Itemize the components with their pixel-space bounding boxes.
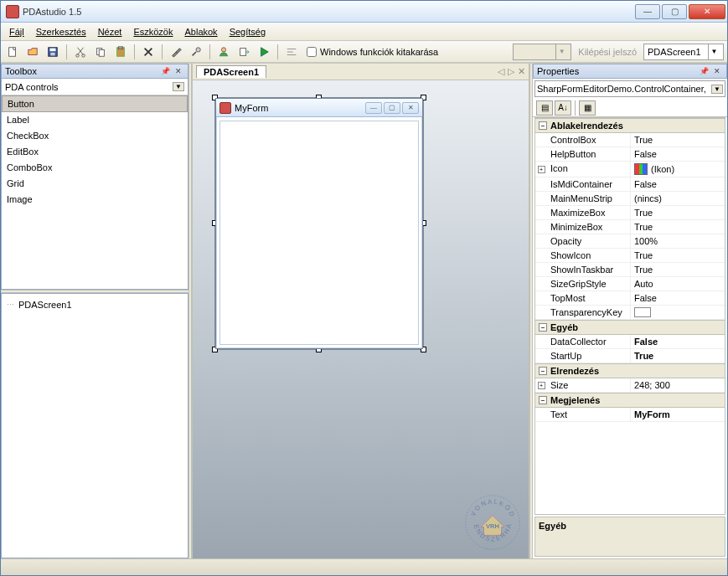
prop-row-transparencykey[interactable]: TransparencyKey <box>535 306 725 320</box>
user-button[interactable] <box>215 44 232 60</box>
svg-point-11 <box>221 47 225 51</box>
minimize-button[interactable]: — <box>635 4 660 19</box>
prop-row-text[interactable]: TextMyForm <box>535 408 725 422</box>
settings-button[interactable] <box>188 44 204 60</box>
export-button[interactable] <box>235 44 252 60</box>
properties-toolbar: ▤ A↓ ▦ <box>533 99 727 117</box>
prop-row-maximizebox[interactable]: MaximizeBoxTrue <box>535 206 725 220</box>
prop-row-helpbutton[interactable]: HelpButtonFalse <box>535 147 725 162</box>
property-grid[interactable]: –AblakelrendezésControlBoxTrueHelpButton… <box>534 117 725 515</box>
prop-row-size[interactable]: +Size248; 300 <box>535 378 725 393</box>
svg-rect-9 <box>118 46 122 49</box>
toolbox-item-image[interactable]: Image <box>2 192 188 208</box>
menu-view[interactable]: Nézet <box>93 25 127 39</box>
prop-alphabetical-icon[interactable]: A↓ <box>555 100 571 116</box>
logo-watermark: VRH V O N A L K Ó D R E N D S Z E R H Á … <box>463 493 522 552</box>
prop-row-topmost[interactable]: TopMostFalse <box>535 291 725 306</box>
paste-button[interactable] <box>112 44 129 60</box>
toolbox-item-button[interactable]: Button <box>2 95 188 112</box>
svg-rect-12 <box>240 48 246 55</box>
document-tab[interactable]: PDAScreen1 <box>196 65 266 78</box>
form-titlebar: MyForm — ▢ ✕ <box>216 99 422 117</box>
prop-row-minimizebox[interactable]: MinimizeBoxTrue <box>535 220 725 234</box>
maximize-button[interactable]: ▢ <box>662 4 687 19</box>
windows-mask-checkbox-input[interactable] <box>307 47 317 57</box>
toolbox-pin-icon[interactable]: 📌 <box>159 65 171 77</box>
toolbox-item-checkbox[interactable]: CheckBox <box>2 128 188 144</box>
form-canvas[interactable] <box>219 121 419 345</box>
menu-tools[interactable]: Eszközök <box>128 25 178 39</box>
align-button[interactable] <box>283 44 300 60</box>
toolbox-body: PDA controls▼ ButtonLabelCheckBoxEditBox… <box>1 79 188 290</box>
prop-row-controlbox[interactable]: ControlBoxTrue <box>535 133 725 147</box>
properties-close-icon[interactable]: ✕ <box>711 65 723 77</box>
prop-categorized-icon[interactable]: ▤ <box>536 100 553 116</box>
tab-prev-icon[interactable]: ◁ <box>498 66 504 77</box>
form-close-icon[interactable]: ✕ <box>402 102 419 114</box>
windows-mask-checkbox[interactable]: Windows funkciók kitakarása <box>307 47 438 57</box>
project-tree: ⋯ PDAScreen1 <box>1 293 188 558</box>
form-minimize-icon[interactable]: — <box>365 102 382 114</box>
left-column: Toolbox 📌 ✕ PDA controls▼ ButtonLabelChe… <box>1 64 188 558</box>
right-column: Properties 📌 ✕ SharpFormEditorDemo.Contr… <box>533 64 727 558</box>
menu-edit[interactable]: Szerkesztés <box>31 25 91 39</box>
close-button[interactable]: ✕ <box>689 4 725 19</box>
open-button[interactable] <box>24 44 41 60</box>
exit-password-label: Kilépési jelszó <box>578 47 637 57</box>
design-surface[interactable]: MyForm — ▢ ✕ VRH <box>193 80 529 558</box>
tree-item[interactable]: ⋯ PDAScreen1 <box>7 299 183 311</box>
prop-row-sizegripstyle[interactable]: SizeGripStyleAuto <box>535 277 725 291</box>
designed-form[interactable]: MyForm — ▢ ✕ <box>215 98 423 349</box>
prop-row-showintaskbar[interactable]: ShowInTaskbarTrue <box>535 263 725 277</box>
app-icon <box>6 5 19 18</box>
prop-category[interactable]: –Elrendezés <box>535 363 725 378</box>
prop-row-opacity[interactable]: Opacity100% <box>535 234 725 249</box>
copy-button[interactable] <box>92 44 109 60</box>
screen-combo[interactable]: PDAScreen1▼ <box>643 44 724 60</box>
toolbox-category-combo[interactable]: PDA controls▼ <box>2 79 188 95</box>
main-area: Toolbox 📌 ✕ PDA controls▼ ButtonLabelChe… <box>1 63 727 558</box>
menu-file[interactable]: Fájl <box>4 25 29 39</box>
form-icon <box>219 102 231 114</box>
prop-row-icon[interactable]: +Icon(Ikon) <box>535 162 725 177</box>
prop-row-showicon[interactable]: ShowIconTrue <box>535 249 725 263</box>
titlebar: PDAstudio 1.5 — ▢ ✕ <box>1 1 727 23</box>
prop-category[interactable]: –Megjelenés <box>535 393 725 408</box>
prop-row-mainmenustrip[interactable]: MainMenuStrip(nincs) <box>535 192 725 206</box>
prop-category[interactable]: –Ablakelrendezés <box>535 118 725 133</box>
toolbox-item-grid[interactable]: Grid <box>2 176 188 192</box>
tree-dots-icon: ⋯ <box>7 301 15 309</box>
cut-button[interactable] <box>72 44 89 60</box>
windows-mask-label: Windows funkciók kitakarása <box>320 47 438 57</box>
center-column: PDAScreen1 ◁ ▷ ✕ <box>192 64 529 558</box>
run-button[interactable] <box>256 44 272 60</box>
prop-pages-icon[interactable]: ▦ <box>579 100 596 116</box>
svg-rect-2 <box>50 48 56 51</box>
toolbox-item-combobox[interactable]: ComboBox <box>2 160 188 176</box>
toolbox-item-label[interactable]: Label <box>2 112 188 128</box>
tab-next-icon[interactable]: ▷ <box>508 66 514 77</box>
properties-object-combo[interactable]: SharpFormEditorDemo.ControlContainer,▼ <box>534 80 725 97</box>
toolbox-title: Toolbox <box>5 66 37 76</box>
svg-rect-7 <box>99 49 104 56</box>
prop-row-startup[interactable]: StartUpTrue <box>535 349 725 363</box>
prop-row-datacollector[interactable]: DataCollectorFalse <box>535 335 725 349</box>
toolbox-close-icon[interactable]: ✕ <box>173 65 184 77</box>
tools-button[interactable] <box>168 44 184 60</box>
delete-button[interactable] <box>140 44 157 60</box>
tab-close-icon[interactable]: ✕ <box>518 66 525 77</box>
save-button[interactable] <box>44 44 61 60</box>
prop-row-ismdicontainer[interactable]: IsMdiContainerFalse <box>535 177 725 192</box>
svg-point-10 <box>196 47 200 51</box>
form-title: MyForm <box>235 103 268 113</box>
menu-windows[interactable]: Ablakok <box>179 25 222 39</box>
form-maximize-icon[interactable]: ▢ <box>384 102 400 114</box>
properties-pin-icon[interactable]: 📌 <box>698 65 710 77</box>
disabled-combo: ▼ <box>513 44 571 60</box>
form-selection[interactable]: MyForm — ▢ ✕ <box>214 97 424 350</box>
toolbox-item-editbox[interactable]: EditBox <box>2 144 188 160</box>
svg-rect-0 <box>9 47 16 56</box>
new-button[interactable] <box>4 44 21 60</box>
prop-category[interactable]: –Egyéb <box>535 320 725 335</box>
menu-help[interactable]: Segítség <box>225 25 271 39</box>
